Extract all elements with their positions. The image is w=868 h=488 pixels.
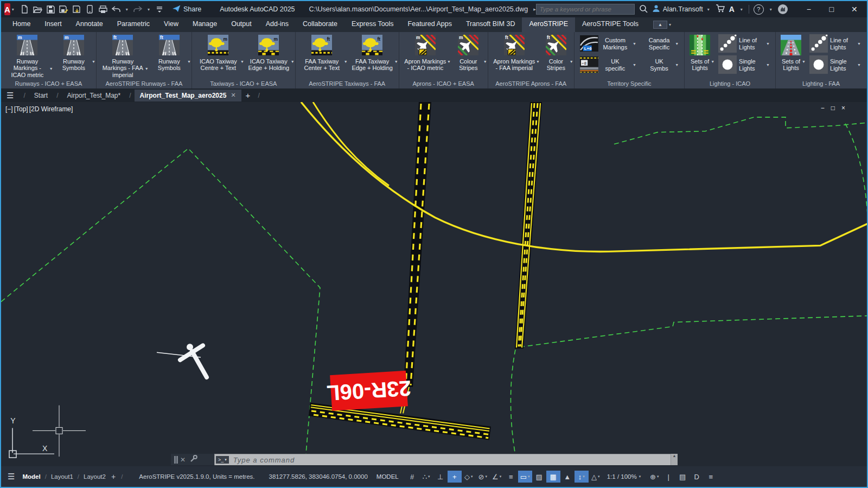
clean-screen-icon[interactable]: ▤ <box>675 471 690 483</box>
layout-tab-model[interactable]: Model <box>20 473 42 480</box>
signed-in-user[interactable]: Alan.Transoft ▾ <box>652 4 711 14</box>
drawing-area[interactable]: [−] [Top] [2D Wireframe] − □ × <box>1 102 867 465</box>
redo-icon[interactable] <box>133 4 143 14</box>
single-lights-icao-button[interactable]: Single Lights ▼ <box>715 54 773 75</box>
dropdown-icon[interactable]: ▼ <box>92 59 95 66</box>
help-icon[interactable]: ? <box>754 4 764 15</box>
undo-dropdown-icon[interactable]: ▾ <box>126 7 128 12</box>
dropdown-icon[interactable]: ▼ <box>394 59 398 66</box>
tab-home[interactable]: Home <box>5 17 37 32</box>
dynamic-input-icon[interactable]: ▭▾ <box>518 471 532 483</box>
command-input-area[interactable]: >_▾ Type a command <box>214 454 671 465</box>
custom-markings-button[interactable]: L+6 Custom Markings ▼ <box>577 35 640 53</box>
icao-taxiway-edge-holding-button[interactable]: m ICAO Taxiway Edge + Holding ▼ <box>245 33 293 72</box>
command-history-scroll[interactable]: ▲ <box>671 454 678 465</box>
dropdown-icon[interactable]: ▼ <box>49 66 53 73</box>
viewport-minimize-control[interactable]: [−] <box>5 105 13 113</box>
customization-icon[interactable]: ≡ <box>704 471 718 483</box>
dropdown-icon[interactable]: ▾ <box>471 474 473 479</box>
layout-tab-layout2[interactable]: Layout2 <box>81 473 108 480</box>
dropdown-icon[interactable]: ▼ <box>675 63 679 67</box>
tab-aerostripe[interactable]: AeroSTRIPE <box>522 17 575 32</box>
panel-title[interactable]: Territory Specific <box>577 79 682 88</box>
sets-of-lights-icao-button[interactable]: Sets of Lights ▼ <box>687 33 713 72</box>
panel-title[interactable]: AeroSTRIPE Aprons - FAA <box>490 79 572 88</box>
runway-designation-sign[interactable]: 23R-06L <box>326 370 412 411</box>
viewport-close-icon[interactable]: × <box>841 104 845 112</box>
model-space-toggle[interactable]: MODEL <box>376 473 399 480</box>
snap-mode-icon[interactable]: ∴▾ <box>419 471 433 483</box>
panel-title[interactable]: Lighting - FAA <box>778 79 864 88</box>
wrench-icon[interactable] <box>190 455 197 465</box>
lineweight-icon[interactable]: ≡ <box>504 471 518 483</box>
icao-taxiway-centre-text-button[interactable]: m ICAO Taxiway Centre + Text ▼ <box>194 33 242 72</box>
save-to-web-icon[interactable] <box>72 4 82 14</box>
redo-dropdown-icon[interactable]: ▾ <box>148 7 150 12</box>
panel-title[interactable]: Lighting - ICAO <box>687 79 773 88</box>
dropdown-icon[interactable]: ▾ <box>583 474 585 479</box>
file-tab-start[interactable]: Start <box>29 90 53 102</box>
dropdown-icon[interactable]: ▼ <box>570 59 573 66</box>
line-of-lights-icao-button[interactable]: Line of Lights ▼ <box>715 33 773 54</box>
faa-taxiway-center-text-button[interactable]: ft FAA Taxiway Center + Text ▼ <box>298 33 346 72</box>
plot-icon[interactable] <box>98 4 108 14</box>
tab-featured-apps[interactable]: Featured Apps <box>401 17 459 32</box>
dropdown-icon[interactable]: ▼ <box>291 59 295 66</box>
dropdown-icon[interactable]: ▼ <box>344 59 348 66</box>
dropdown-icon[interactable]: ▼ <box>802 59 806 66</box>
uk-specific-button[interactable]: ⌐8 UK specific ▼ <box>577 56 640 74</box>
close-tab-icon[interactable]: ✕ <box>231 92 235 99</box>
ribbon-collapse-dropdown-icon[interactable]: ▾ <box>669 22 671 27</box>
close-button[interactable]: ✕ <box>843 1 866 17</box>
chevron-down-icon[interactable]: ▾ <box>12 7 14 12</box>
object-snap-icon[interactable]: ∠▾ <box>490 471 504 483</box>
workspace-gear-icon[interactable]: ⊕▾ <box>647 471 661 483</box>
layout-tab-layout1[interactable]: Layout1 <box>49 473 75 480</box>
command-prompt-icon[interactable]: >_▾ <box>216 456 229 464</box>
drag-grip-icon[interactable] <box>174 456 176 464</box>
feedback-icon[interactable] <box>778 4 788 14</box>
tab-output[interactable]: Output <box>224 17 259 32</box>
tab-insert[interactable]: Insert <box>37 17 68 32</box>
runway-markings-faa-imperial-button[interactable]: ft Runway Markings - FAA imperial ▼ <box>99 33 147 79</box>
qat-customize-icon[interactable] <box>155 4 164 14</box>
dropdown-icon[interactable]: ▼ <box>766 63 770 67</box>
viewport-restore-icon[interactable]: □ <box>831 104 835 112</box>
autodesk-mark-icon[interactable]: A <box>729 5 735 14</box>
runway-symbols-icao-button[interactable]: m Runway Symbols ▼ <box>54 33 94 72</box>
dropdown-icon[interactable]: ▼ <box>857 63 861 67</box>
search-icon[interactable] <box>639 4 648 15</box>
annotation-visibility-icon[interactable]: ▲ <box>560 471 575 483</box>
dropdown-icon[interactable]: ▾ <box>500 474 502 479</box>
ortho-icon[interactable]: ⊥ <box>433 471 448 483</box>
tab-add-ins[interactable]: Add-ins <box>259 17 296 32</box>
command-line-handle[interactable]: ✕ <box>171 454 214 465</box>
apron-markings-faa-imperial-button[interactable]: ft Apron Markings - FAA imperial ▼ <box>490 33 538 72</box>
search-input[interactable] <box>536 4 635 15</box>
dropdown-icon[interactable]: ▾ <box>485 474 487 479</box>
dropdown-icon[interactable]: ▼ <box>536 59 540 66</box>
save-icon[interactable] <box>46 4 56 14</box>
command-close-icon[interactable]: ✕ <box>180 456 186 464</box>
faa-taxiway-edge-holding-button[interactable]: ft FAA Taxiway Edge + Holding ▼ <box>348 33 397 72</box>
dropdown-icon[interactable]: ▼ <box>633 63 636 67</box>
autocad-logo-icon[interactable]: A <box>4 3 10 15</box>
tab-manage[interactable]: Manage <box>186 17 224 32</box>
isodraft-icon[interactable]: ◇▾ <box>462 471 476 483</box>
tab-aerostripe-tools[interactable]: AeroSTRIPE Tools <box>575 17 646 32</box>
units-icon[interactable]: D <box>690 471 704 483</box>
object-snap-tracking-icon[interactable]: ⊘▾ <box>476 471 490 483</box>
ribbon-collapse-icon[interactable]: ▲ <box>653 21 667 29</box>
viewport-visual-style-control[interactable]: [2D Wireframe] <box>29 105 73 113</box>
cart-icon[interactable] <box>716 4 725 14</box>
minimize-button[interactable]: − <box>797 1 820 17</box>
tab-view[interactable]: View <box>157 17 186 32</box>
annotation-scale-dropdown-icon[interactable]: ▾ <box>639 474 641 479</box>
dropdown-icon[interactable]: ▾ <box>598 474 600 479</box>
user-dropdown-icon[interactable]: ▾ <box>707 7 710 12</box>
dropdown-icon[interactable]: ▼ <box>447 59 451 66</box>
dropdown-icon[interactable]: ▼ <box>483 59 487 66</box>
panel-title[interactable]: Taxiways - ICAO + EASA <box>194 79 293 88</box>
selection-cycling-icon[interactable]: ▦ <box>546 471 560 483</box>
dropdown-icon[interactable]: ▾ <box>657 474 659 479</box>
